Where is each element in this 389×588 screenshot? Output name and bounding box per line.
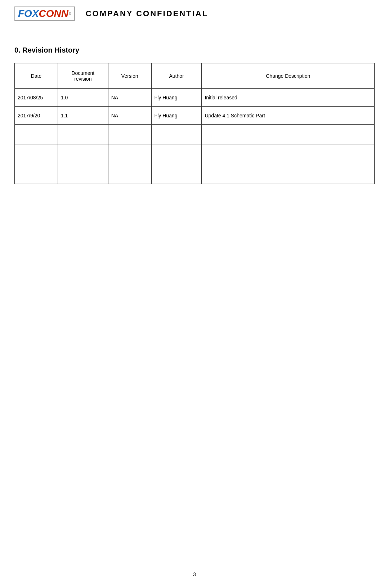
cell-version-3 — [108, 144, 151, 164]
cell-version-2 — [108, 125, 151, 144]
table-row: 2017/9/20 1.1 NA Fly Huang Update 4.1 Sc… — [15, 107, 375, 125]
col-header-docrev: Documentrevision — [58, 63, 108, 89]
cell-author-4 — [151, 164, 202, 184]
table-row — [15, 125, 375, 144]
cell-change-4 — [202, 164, 375, 184]
col-header-date: Date — [15, 63, 58, 89]
table-row — [15, 144, 375, 164]
cell-change-0: Initial released — [202, 89, 375, 107]
cell-version-1: NA — [108, 107, 151, 125]
revision-table: Date Documentrevision Version Author Cha… — [14, 63, 375, 184]
cell-author-3 — [151, 144, 202, 164]
cell-change-2 — [202, 125, 375, 144]
section-title: 0. Revision History — [14, 46, 375, 54]
company-title: COMPANY CONFIDENTIAL — [86, 9, 208, 18]
cell-date-1: 2017/9/20 — [15, 107, 58, 125]
table-row — [15, 164, 375, 184]
cell-date-0: 2017/08/25 — [15, 89, 58, 107]
cell-version-4 — [108, 164, 151, 184]
cell-docrev-2 — [58, 125, 108, 144]
table-row: 2017/08/25 1.0 NA Fly Huang Initial rele… — [15, 89, 375, 107]
foxconn-logo-box: FOXCONN ® — [14, 6, 75, 21]
cell-author-1: Fly Huang — [151, 107, 202, 125]
cell-author-0: Fly Huang — [151, 89, 202, 107]
page-footer: 3 — [0, 571, 389, 577]
col-header-author: Author — [151, 63, 202, 89]
cell-author-2 — [151, 125, 202, 144]
logo-area: FOXCONN ® COMPANY CONFIDENTIAL — [14, 6, 208, 21]
registered-trademark: ® — [69, 12, 71, 15]
page-header: FOXCONN ® COMPANY CONFIDENTIAL — [0, 0, 389, 24]
page-number: 3 — [193, 571, 196, 577]
foxconn-logo-text: FOXCONN — [18, 8, 68, 19]
cell-docrev-4 — [58, 164, 108, 184]
cell-date-4 — [15, 164, 58, 184]
col-header-change: Change Description — [202, 63, 375, 89]
cell-version-0: NA — [108, 89, 151, 107]
cell-docrev-3 — [58, 144, 108, 164]
cell-date-3 — [15, 144, 58, 164]
cell-change-1: Update 4.1 Schematic Part — [202, 107, 375, 125]
cell-docrev-1: 1.1 — [58, 107, 108, 125]
main-content: 0. Revision History Date Documentrevisio… — [0, 24, 389, 198]
cell-change-3 — [202, 144, 375, 164]
cell-date-2 — [15, 125, 58, 144]
table-header-row: Date Documentrevision Version Author Cha… — [15, 63, 375, 89]
col-header-version: Version — [108, 63, 151, 89]
cell-docrev-0: 1.0 — [58, 89, 108, 107]
